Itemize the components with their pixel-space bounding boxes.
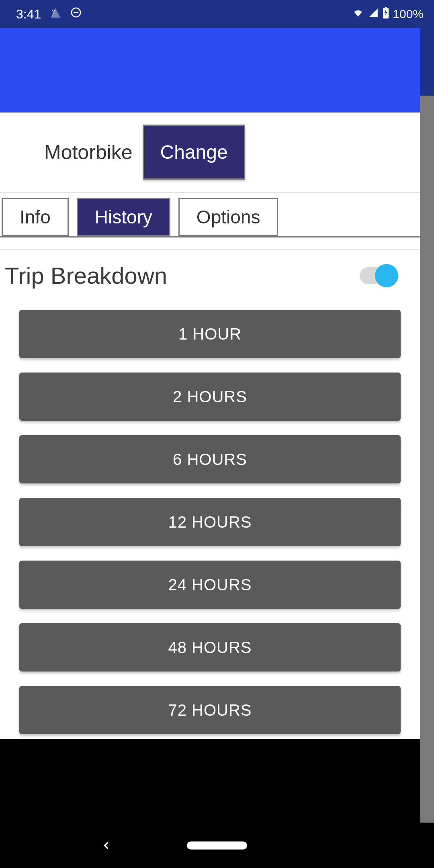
- screen-root: 3:41 ? 100% Motorbike Cha: [0, 0, 434, 868]
- battery-percent: 100%: [393, 7, 424, 21]
- hour-option-1h[interactable]: 1 HOUR: [19, 310, 401, 358]
- tab-info[interactable]: Info: [2, 198, 69, 236]
- battery-charging-icon: [382, 7, 389, 21]
- svg-rect-3: [385, 7, 387, 8]
- trip-breakdown-toggle[interactable]: [360, 267, 396, 284]
- dnd-icon: [70, 6, 82, 22]
- vehicle-row: Motorbike Change: [0, 113, 420, 193]
- status-left: 3:41 ?: [16, 6, 82, 22]
- vehicle-label: Motorbike: [44, 141, 133, 164]
- tab-history[interactable]: History: [77, 198, 170, 236]
- section-header: Trip Breakdown: [0, 250, 420, 293]
- hour-option-12h[interactable]: 12 HOURS: [19, 498, 401, 546]
- drawer-panel: Motorbike Change Info History Options Tr…: [0, 28, 420, 739]
- right-header-strip: [420, 28, 434, 96]
- hours-list: 1 HOUR 2 HOURS 6 HOURS 12 HOURS 24 HOURS…: [0, 293, 420, 739]
- toggle-knob: [375, 264, 398, 287]
- wifi-icon: [352, 7, 364, 21]
- tab-options[interactable]: Options: [178, 198, 278, 236]
- hour-option-2h[interactable]: 2 HOURS: [19, 373, 401, 421]
- status-time: 3:41: [16, 7, 41, 22]
- hour-option-48h[interactable]: 48 HOURS: [19, 623, 401, 671]
- hour-option-24h[interactable]: 24 HOURS: [19, 561, 401, 609]
- cell-icon: [368, 7, 379, 21]
- nav-bar: [0, 823, 434, 868]
- change-vehicle-button[interactable]: Change: [143, 125, 245, 180]
- drawer-scrim[interactable]: [420, 96, 434, 823]
- section-title: Trip Breakdown: [5, 262, 167, 289]
- signal-unknown-icon: ?: [50, 7, 61, 22]
- home-pill[interactable]: [187, 841, 247, 850]
- hour-option-6h[interactable]: 6 HOURS: [19, 435, 401, 483]
- status-bar: 3:41 ? 100%: [0, 0, 434, 28]
- panel-header: [0, 28, 420, 113]
- status-right: 100%: [352, 7, 424, 21]
- hour-option-72h[interactable]: 72 HOURS: [19, 686, 401, 734]
- svg-text:?: ?: [52, 8, 55, 15]
- back-icon[interactable]: [100, 836, 112, 855]
- tabs-row: Info History Options: [0, 193, 420, 237]
